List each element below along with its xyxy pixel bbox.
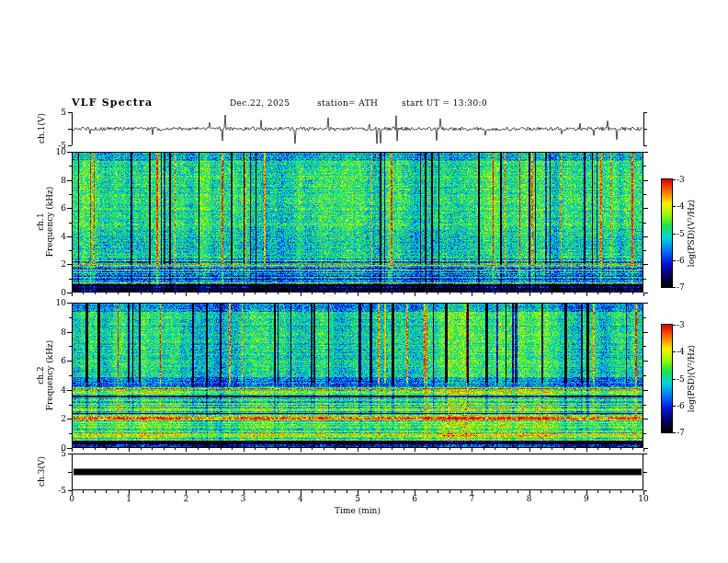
colorbar-label: log(PSD)(V²/Hz) [688,183,696,284]
colorbar-tick-label: -6 [677,401,685,409]
x-tick-label: 5 [355,495,360,503]
frequency-axis-label: Frequency (kHz) [45,171,54,272]
colorbar-tick-label: -6 [677,256,685,264]
colorbar-label: log(PSD)(V²/Hz) [688,328,696,430]
channel-label: ch.1 [36,171,45,272]
x-tick-label: 9 [584,495,589,503]
channel-label: ch.2 [36,325,45,426]
axes-overlay-canvas [0,0,728,563]
y-tick-label: 10 [46,148,66,156]
frequency-axis-label: Frequency (kHz) [45,325,54,426]
x-tick-label: 8 [527,495,532,503]
x-tick-label: 1 [126,495,131,503]
colorbar-tick-label: -7 [677,429,685,437]
y-tick-label: 10 [46,299,66,307]
ch1-axis-label: ch.1(V) [38,105,46,153]
colorbar-tick-label: -5 [677,229,685,237]
ch1-ymax-label: 5 [46,109,66,117]
figure-title: VLF Spectra [72,98,153,108]
x-tick-label: 2 [184,495,189,503]
x-tick-label: 10 [638,495,648,503]
colorbar-tick-label: -5 [677,374,685,383]
ch1-frequency-axis-label: ch.1 Frequency (kHz) [36,171,54,272]
colorbar-tick-label: -3 [677,176,685,184]
ch3-ymax-label: 5 [46,450,66,458]
x-tick-label: 6 [412,495,417,503]
time-axis-label: Time (min) [335,507,381,515]
colorbar-tick-label: -4 [677,348,685,356]
x-tick-label: 7 [470,495,475,503]
y-tick-label: 0 [46,289,66,297]
ch3-axis-label: ch.3(V) [38,448,46,496]
colorbar-tick-label: -4 [677,202,685,211]
start-ut-label: start UT = 13:30:0 [402,99,487,108]
x-tick-label: 0 [69,495,74,503]
x-tick-label: 3 [241,495,246,503]
ch2-frequency-axis-label: ch.2 Frequency (kHz) [36,325,54,426]
ch3-ymin-label: -5 [46,487,66,495]
x-tick-label: 4 [298,495,303,503]
date-label: Dec.22, 2025 [230,99,290,108]
colorbar-tick-label: -3 [677,321,685,329]
colorbar-tick-label: -7 [677,283,685,292]
vlf-spectra-figure: VLF Spectra Dec.22, 2025 station= ATH st… [0,0,728,563]
station-label: station= ATH [317,99,378,108]
